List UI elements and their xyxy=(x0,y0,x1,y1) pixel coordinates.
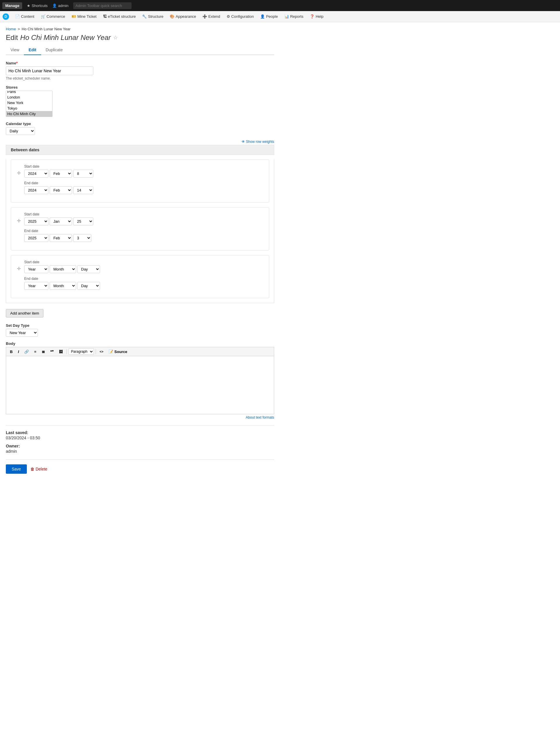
drag-handle-3[interactable]: ✛ xyxy=(17,266,21,272)
nav-commerce[interactable]: 🛒 Commerce xyxy=(38,13,68,20)
show-row-weights-link[interactable]: 👁 Show row weights xyxy=(6,140,274,144)
end-date-group-3: End date Year 2024 2025 Month Jan Feb xyxy=(24,277,263,290)
start-day-select-2[interactable]: 25 26 xyxy=(73,218,93,225)
nav-appearance[interactable]: 🎨 Appearance xyxy=(167,13,199,20)
bold-button[interactable]: B xyxy=(8,349,15,355)
owner-value: admin xyxy=(6,449,274,453)
end-month-select-3[interactable]: Month Jan Feb xyxy=(50,282,76,290)
tab-edit[interactable]: Edit xyxy=(24,45,41,55)
end-day-select-3[interactable]: Day 1 2 xyxy=(77,282,100,290)
end-date-label-1: End date xyxy=(24,181,263,185)
start-month-select-3[interactable]: Month Jan Feb xyxy=(50,265,76,273)
bullet-list-button[interactable]: ≡ xyxy=(32,349,39,355)
end-day-select-1[interactable]: 13 14 15 xyxy=(73,186,93,194)
delete-button[interactable]: 🗑 Delete xyxy=(30,467,47,471)
drag-handle-2[interactable]: ✛ xyxy=(17,218,21,224)
store-tokyo[interactable]: Tokyo xyxy=(6,106,52,111)
body-field-group: Body B I 🔗 ≡ ≣ ❝❞ 🖼 Paragraph Heading 1 … xyxy=(6,342,274,419)
image-button[interactable]: 🖼 xyxy=(57,349,65,355)
last-saved-label: Last saved: xyxy=(6,430,274,435)
date-row-3: ✛ Start date Year 2024 2025 Month Jan Fe xyxy=(11,255,269,298)
tab-duplicate[interactable]: Duplicate xyxy=(41,45,67,55)
mine-ticket-icon: 🎫 xyxy=(71,14,76,19)
start-date-group-3: Start date Year 2024 2025 Month Jan Feb xyxy=(24,260,263,273)
nav-mine-ticket[interactable]: 🎫 Mine Ticket xyxy=(69,13,99,20)
start-year-select-3[interactable]: Year 2024 2025 xyxy=(24,265,48,273)
nav-help-label: Help xyxy=(316,14,323,19)
nav-reports[interactable]: 📊 Reports xyxy=(281,13,307,20)
name-input[interactable] xyxy=(6,66,93,75)
calendar-type-group: Calendar type Daily Weekly Monthly xyxy=(6,122,274,135)
nav-structure-label: Structure xyxy=(148,14,163,19)
source-button[interactable]: 📝 Source xyxy=(106,349,129,355)
store-new-york[interactable]: New York xyxy=(6,100,52,106)
nav-extend[interactable]: ➕ Extend xyxy=(199,13,223,20)
breadcrumb-separator: > xyxy=(18,27,20,31)
stores-listbox[interactable]: Paris London New York Tokyo Ho Chi Minh … xyxy=(6,91,53,117)
end-month-select-1[interactable]: Jan Feb Mar xyxy=(50,186,72,194)
link-button[interactable]: 🔗 xyxy=(22,349,31,355)
drag-handle-1[interactable]: ✛ xyxy=(17,170,21,176)
end-year-select-2[interactable]: 2024 2025 xyxy=(24,234,48,242)
end-day-select-2[interactable]: 3 4 xyxy=(73,234,91,242)
star-icon: ★ xyxy=(27,3,30,8)
editor-separator-2 xyxy=(96,349,96,354)
blockquote-button[interactable]: ❝❞ xyxy=(48,349,56,355)
admin-search-input[interactable] xyxy=(73,2,132,9)
nav-configuration[interactable]: ⚙ Configuration xyxy=(224,13,257,20)
shortcuts-button[interactable]: ★ Shortcuts xyxy=(27,3,48,8)
appearance-icon: 🎨 xyxy=(170,14,174,19)
start-day-select-3[interactable]: Day 1 2 xyxy=(77,265,100,273)
nav-eticket-structure[interactable]: 🏗 eTicket structure xyxy=(100,13,139,20)
save-button[interactable]: Save xyxy=(6,464,27,474)
stores-label: Stores xyxy=(6,85,274,90)
nav-content[interactable]: 📄 Content xyxy=(12,13,37,20)
dates-container: ✛ Start date 2024 2025 2026 Jan Feb Mar xyxy=(6,160,274,303)
breadcrumb-home[interactable]: Home xyxy=(6,27,16,31)
about-text-formats-link[interactable]: About text formats xyxy=(6,415,274,419)
nav-structure[interactable]: 🔧 Structure xyxy=(139,13,166,20)
editor-toolbar: B I 🔗 ≡ ≣ ❝❞ 🖼 Paragraph Heading 1 Headi… xyxy=(6,347,274,356)
code-view-button[interactable]: <> xyxy=(98,349,106,354)
site-logo[interactable]: D xyxy=(2,13,9,20)
calendar-type-select[interactable]: Daily Weekly Monthly xyxy=(6,127,35,135)
start-month-select-2[interactable]: Jan Feb xyxy=(50,218,72,225)
store-london[interactable]: London xyxy=(6,94,52,100)
set-day-type-select[interactable]: New Year Holiday Special xyxy=(6,329,38,337)
end-date-label-2: End date xyxy=(24,229,263,233)
page-content: Home > Ho Chi Minh Lunar New Year Edit H… xyxy=(0,22,280,478)
start-year-select-2[interactable]: 2024 2025 xyxy=(24,218,48,225)
set-day-type-label: Set Day Type xyxy=(6,323,274,328)
end-date-selects-1: 2024 2025 Jan Feb Mar 13 14 15 xyxy=(24,186,263,194)
page-title-italic: Ho Chi Minh Lunar New Year xyxy=(20,34,111,42)
end-month-select-2[interactable]: Jan Feb xyxy=(50,234,72,242)
store-ho-chi-minh[interactable]: Ho Chi Minh City xyxy=(6,111,52,117)
start-month-select-1[interactable]: Jan Feb Mar xyxy=(50,170,72,178)
end-year-select-1[interactable]: 2024 2025 xyxy=(24,186,48,194)
add-another-item-button[interactable]: Add another item xyxy=(6,309,43,318)
nav-people[interactable]: 👤 People xyxy=(257,13,281,20)
name-hint: The eticket_scheduler name. xyxy=(6,76,274,80)
start-day-select-1[interactable]: 8 9 10 xyxy=(73,170,93,178)
store-paris[interactable]: Paris xyxy=(6,91,52,94)
nav-appearance-label: Appearance xyxy=(176,14,196,19)
paragraph-select[interactable]: Paragraph Heading 1 Heading 2 xyxy=(69,349,94,355)
end-year-select-3[interactable]: Year 2024 2025 xyxy=(24,282,48,290)
name-required: * xyxy=(16,61,17,65)
start-year-select-1[interactable]: 2024 2025 2026 xyxy=(24,170,48,178)
start-date-label-1: Start date xyxy=(24,164,263,169)
body-label: Body xyxy=(6,342,274,346)
nav-help[interactable]: ❓ Help xyxy=(307,13,326,20)
end-date-group-1: End date 2024 2025 Jan Feb Mar 13 xyxy=(24,181,263,194)
tab-view[interactable]: View xyxy=(6,45,24,55)
body-editor[interactable] xyxy=(6,356,274,414)
italic-button[interactable]: I xyxy=(16,349,21,355)
end-date-selects-2: 2024 2025 Jan Feb 3 4 xyxy=(24,234,263,242)
manage-button[interactable]: Manage xyxy=(2,2,22,9)
date-fields-3: Start date Year 2024 2025 Month Jan Feb xyxy=(24,260,263,293)
last-saved-value: 03/20/2024 - 03:50 xyxy=(6,435,274,440)
numbered-list-button[interactable]: ≣ xyxy=(40,349,47,355)
admin-user-button[interactable]: 👤 admin xyxy=(52,3,68,8)
page-title-prefix: Edit xyxy=(6,34,18,42)
favorite-star-icon[interactable]: ☆ xyxy=(113,34,118,41)
